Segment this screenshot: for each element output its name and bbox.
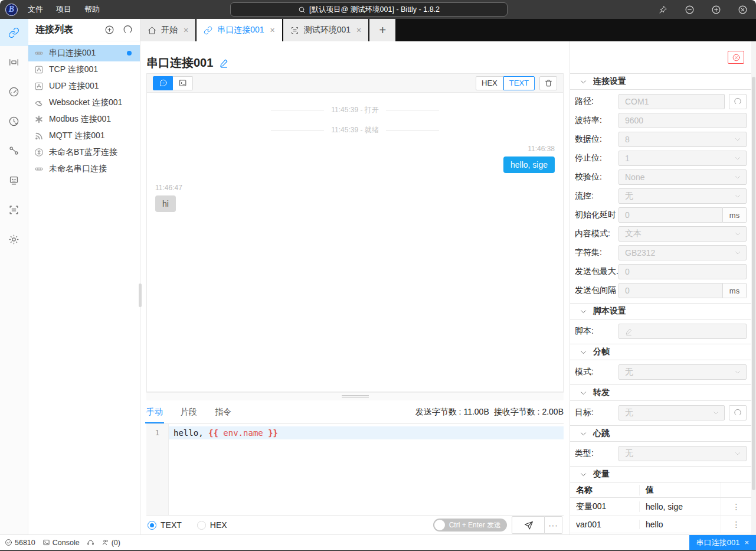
tab-label: 串口连接001 [217,25,264,35]
network-icon [34,65,44,74]
refresh-ports-button[interactable] [729,94,747,109]
rail-panel-icon[interactable] [0,48,28,76]
connection-item-tcp-001[interactable]: TCP 连接001 [28,61,140,78]
connection-item-udp-001[interactable]: UDP 连接001 [28,78,140,94]
toggle-label: Ctrl + Enter 发送 [449,520,501,530]
settings-panel: 连接设置 路径: [570,41,756,534]
tab-serial-connection[interactable]: 串口连接001 × [197,19,282,41]
connection-label: TCP 连接001 [49,64,98,75]
serial-port-icon [34,164,44,174]
hex-view-button[interactable]: HEX [476,76,503,90]
connection-list-panel: 连接列表 串口连接001 [28,19,140,534]
field-parity: 校验位: None [575,169,747,185]
connection-item-bluetooth[interactable]: 未命名BT蓝牙连接 [28,144,140,161]
radio-hex-mode[interactable]: HEX [197,520,227,530]
new-tab-button[interactable]: + [369,19,395,41]
radio-label: HEX [210,520,227,530]
tab-test-environment[interactable]: 测试环境001 × [283,19,369,41]
chevron-down-icon [734,230,741,237]
refresh-connections-icon[interactable] [123,25,133,35]
minimize-icon[interactable] [676,0,703,19]
ms-addon: ms [723,207,747,223]
rail-environment-icon[interactable] [0,196,28,223]
chevron-down-icon [734,249,741,256]
chat-view-button[interactable] [153,76,173,90]
radio-text-mode[interactable]: TEXT [148,520,182,530]
section-title: 转发 [593,387,610,398]
badge-close-icon[interactable]: × [744,538,749,547]
tab-snippet[interactable]: 片段 [181,400,197,423]
code-editor[interactable]: 1 hello, {{ env.name }} [146,424,564,515]
tab-directive[interactable]: 指令 [215,400,231,423]
environment-icon [290,26,299,35]
status-console-toggle[interactable]: Console [42,539,80,547]
maximize-icon[interactable] [703,0,729,19]
connection-item-websocket-001[interactable]: Websocket 连接001 [28,94,140,111]
send-button[interactable] [512,516,545,534]
session-workspace: 串口连接001 [140,41,570,534]
app-window: B 文件 项目 帮助 [默认项目@ 测试环境001] - Bittly - 1.… [0,0,756,551]
status-audio-toggle[interactable] [87,539,94,546]
close-icon[interactable] [729,0,756,19]
clear-messages-button[interactable] [539,76,557,90]
field-framing-mode: 模式: 无 [575,364,747,380]
send-more-button[interactable]: ··· [545,516,562,534]
rail-connections-icon[interactable] [0,19,28,46]
menu-project[interactable]: 项目 [51,2,77,17]
connection-label: 未命名BT蓝牙连接 [49,147,117,158]
pin-icon[interactable] [650,0,676,19]
menu-help[interactable]: 帮助 [79,2,105,17]
section-framing[interactable]: 分帧 [570,344,751,360]
tab-close-icon[interactable]: × [184,25,188,35]
section-connection-settings[interactable]: 连接设置 [570,73,751,90]
section-forward[interactable]: 转发 [570,384,751,401]
add-connection-icon[interactable] [104,25,114,35]
connection-item-unnamed-serial[interactable]: 未命名串口连接 [28,161,140,177]
message-bubble-sent: hello, sige [503,157,555,173]
connection-item-serial-001[interactable]: 串口连接001 [28,45,140,61]
rail-flow-icon[interactable] [0,137,28,164]
ctrl-enter-send-toggle[interactable]: Ctrl + Enter 发送 [433,519,507,532]
menu-file[interactable]: 文件 [22,2,48,17]
edit-title-icon[interactable] [219,58,229,68]
byte-stats: 发送字节数 : 11.00B 接收字节数 : 2.00B [415,407,564,418]
splitter-handle[interactable] [146,392,564,400]
connection-list-title: 连接列表 [35,24,73,36]
close-connection-button[interactable] [728,51,744,64]
tab-home[interactable]: 开始 × [140,19,195,41]
active-session-badge[interactable]: 串口连接001 × [689,535,756,550]
section-title: 脚本设置 [593,306,626,317]
title-bar: B 文件 项目 帮助 [默认项目@ 测试环境001] - Bittly - 1.… [0,0,756,19]
scrollbar-thumb[interactable] [752,77,755,490]
rail-gauge-icon[interactable] [0,78,28,105]
tab-close-icon[interactable]: × [356,25,361,35]
refresh-targets-button[interactable] [729,405,747,420]
databits-select: 8 [618,132,747,147]
row-menu-icon[interactable]: ⋮ [721,498,751,515]
row-menu-icon[interactable]: ⋮ [721,516,751,533]
terminal-view-button[interactable] [173,76,193,90]
variable-name: var001 [570,520,640,529]
tab-close-icon[interactable]: × [270,25,275,35]
field-flowcontrol: 流控: 无 [575,188,747,204]
panel-resize-handle[interactable] [139,283,142,307]
editor-content[interactable]: hello, {{ env.name }} [169,424,564,515]
field-path: 路径: [575,94,747,109]
path-input [618,94,725,109]
rail-timer-icon[interactable] [0,107,28,135]
global-search[interactable]: [默认项目@ 测试环境001] - Bittly - 1.8.2 [230,2,508,17]
connection-item-modbus-001[interactable]: Modbus 连接001 [28,111,140,128]
section-script-settings[interactable]: 脚本设置 [570,303,751,319]
field-forward-target: 目标: 无 [575,405,747,420]
text-view-button[interactable]: TEXT [503,76,535,90]
section-variables[interactable]: 变量 [570,466,751,482]
section-heartbeat[interactable]: 心跳 [570,425,751,442]
rail-terminal-device-icon[interactable] [0,167,28,194]
field-stopbits: 停止位: 1 [575,151,747,166]
status-users[interactable]: (0) [102,539,120,547]
modbus-icon [34,115,44,124]
panel-scrollbar[interactable] [751,41,756,534]
connection-item-mqtt-001[interactable]: MQTT 连接001 [28,128,140,144]
tab-manual[interactable]: 手动 [146,400,163,423]
settings-gear-icon[interactable] [0,226,28,253]
